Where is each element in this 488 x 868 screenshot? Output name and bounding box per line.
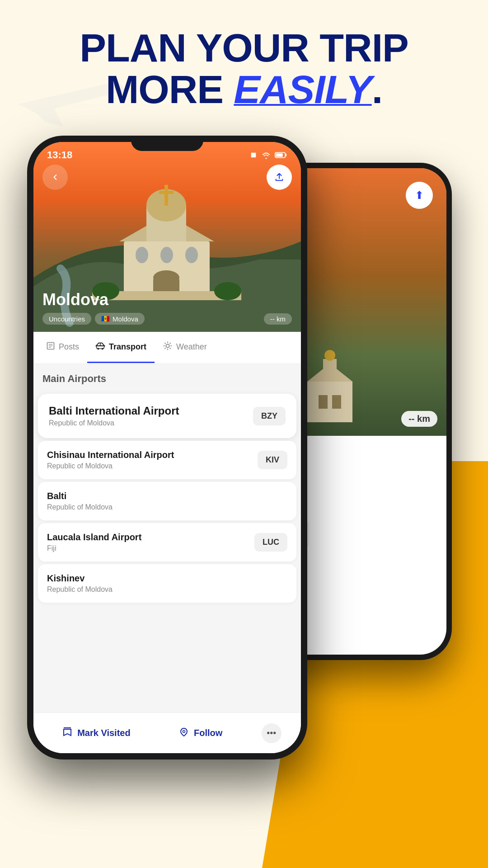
content-area: Main Airports Balti International Airpor… <box>33 364 301 712</box>
battery-icon <box>275 151 287 159</box>
tab-transport-label: Transport <box>109 342 146 352</box>
airport-info-3: Laucala Island Airport Fiji <box>47 532 141 552</box>
svg-rect-10 <box>164 185 168 206</box>
hero-image: 13:18 <box>33 142 301 332</box>
svg-point-40 <box>183 731 185 733</box>
svg-rect-5 <box>332 395 341 409</box>
svg-point-13 <box>160 247 173 263</box>
mark-visited-label: Mark Visited <box>77 728 130 738</box>
airport-name-3: Laucala Island Airport <box>47 532 141 542</box>
airport-info-4: Kishinev Republic of Moldova <box>47 573 113 594</box>
header-line2-suffix: . <box>372 67 382 112</box>
svg-rect-21 <box>276 153 283 156</box>
transport-icon <box>95 341 105 353</box>
phone-front-screen: 13:18 <box>33 142 301 753</box>
tab-posts[interactable]: Posts <box>38 332 87 363</box>
svg-point-27 <box>98 348 99 350</box>
follow-label: Follow <box>194 728 222 738</box>
svg-point-30 <box>166 344 169 347</box>
tabs-bar: Posts Transport Weather <box>33 332 301 364</box>
header-line1: PLAN YOUR TRIP <box>0 27 488 69</box>
svg-rect-2 <box>323 359 337 382</box>
airport-info-1: Chisinau International Airport Republic … <box>47 450 174 470</box>
airport-card-3[interactable]: Laucala Island Airport Fiji LUC <box>38 523 296 561</box>
tab-weather-label: Weather <box>176 342 207 352</box>
svg-point-28 <box>102 348 103 350</box>
svg-point-3 <box>324 350 335 361</box>
svg-rect-22 <box>285 154 286 156</box>
follow-icon <box>178 726 189 740</box>
header-line2: MORE EASILY. <box>0 69 488 110</box>
airport-country-0: Republic of Moldova <box>49 419 179 427</box>
tag-moldova-label: Moldova <box>113 315 138 323</box>
svg-line-35 <box>165 343 166 344</box>
hero-tags: Uncountries 🇲🇩 Moldova <box>42 313 145 325</box>
weather-icon <box>163 341 173 353</box>
airport-info-featured: Balti International Airport Republic of … <box>49 405 179 427</box>
airport-code-3: LUC <box>254 533 287 552</box>
more-options-btn[interactable]: ••• <box>262 723 282 743</box>
airport-info-2: Balti Republic of Moldova <box>47 491 113 511</box>
tab-posts-label: Posts <box>59 342 79 352</box>
hero-back-btn[interactable] <box>42 165 68 190</box>
phone-back-km-badge: -- km <box>401 411 437 427</box>
header-title: PLAN YOUR TRIP MORE EASILY. <box>0 27 488 111</box>
svg-rect-11 <box>159 191 174 194</box>
svg-line-37 <box>165 348 166 349</box>
follow-btn[interactable]: Follow <box>169 721 231 745</box>
svg-point-14 <box>185 247 198 263</box>
airport-country-2: Republic of Moldova <box>47 503 113 511</box>
hero-tag-uncountries: Uncountries <box>42 313 91 325</box>
tab-weather[interactable]: Weather <box>155 332 215 363</box>
airport-name-1: Chisinau International Airport <box>47 450 174 460</box>
svg-point-12 <box>136 247 148 263</box>
hero-km-badge: -- km <box>264 313 292 325</box>
tab-transport[interactable]: Transport <box>87 332 155 363</box>
phone-notch <box>131 136 203 151</box>
airport-code-1: KIV <box>258 451 287 469</box>
airport-code-0: BZY <box>253 407 286 425</box>
wifi-icon <box>261 151 271 159</box>
svg-rect-4 <box>319 395 328 409</box>
phone-front: 13:18 <box>27 136 307 760</box>
location-icon <box>249 151 258 159</box>
airport-card-4[interactable]: Kishinev Republic of Moldova <box>38 564 296 603</box>
svg-line-38 <box>170 343 171 344</box>
header-line2-prefix: MORE <box>106 67 234 112</box>
airport-country-3: Fiji <box>47 544 141 552</box>
mark-visited-btn[interactable]: Mark Visited <box>53 721 139 745</box>
hero-share-btn[interactable] <box>267 165 292 190</box>
hero-info: Moldova Uncountries 🇲🇩 Moldova <box>42 290 145 325</box>
dots-icon: ••• <box>267 728 276 738</box>
airport-name-0: Balti International Airport <box>49 405 179 417</box>
posts-icon <box>46 341 55 353</box>
flag-icon: 🇲🇩 <box>101 315 110 323</box>
airport-name-4: Kishinev <box>47 573 113 584</box>
phones-wrapper: ⬆ -- km 💱 Money 26 °C 50 <box>27 136 461 850</box>
bottom-bar: Mark Visited Follow ••• <box>33 712 301 753</box>
svg-rect-0 <box>307 382 352 422</box>
tag-uncountries-label: Uncountries <box>49 315 85 323</box>
hero-location-name: Moldova <box>42 290 145 309</box>
airport-card-2[interactable]: Balti Republic of Moldova <box>38 482 296 520</box>
header-section: PLAN YOUR TRIP MORE EASILY. <box>0 27 488 111</box>
airport-card-featured[interactable]: Balti International Airport Republic of … <box>38 394 296 438</box>
mark-visited-icon <box>62 726 73 740</box>
header-line2-highlight: EASILY <box>234 67 371 112</box>
hero-bottom: Moldova Uncountries 🇲🇩 Moldova -- km <box>33 283 301 332</box>
svg-line-36 <box>170 348 171 349</box>
hero-tag-moldova: 🇲🇩 Moldova <box>95 313 145 325</box>
airport-country-4: Republic of Moldova <box>47 585 113 594</box>
phone-back-share-btn[interactable]: ⬆ <box>406 182 433 209</box>
airport-country-1: Republic of Moldova <box>47 462 174 470</box>
section-title: Main Airports <box>33 364 301 389</box>
airport-name-2: Balti <box>47 491 113 501</box>
status-time: 13:18 <box>47 149 72 161</box>
status-icons <box>249 151 287 159</box>
airport-card-1[interactable]: Chisinau International Airport Republic … <box>38 441 296 479</box>
